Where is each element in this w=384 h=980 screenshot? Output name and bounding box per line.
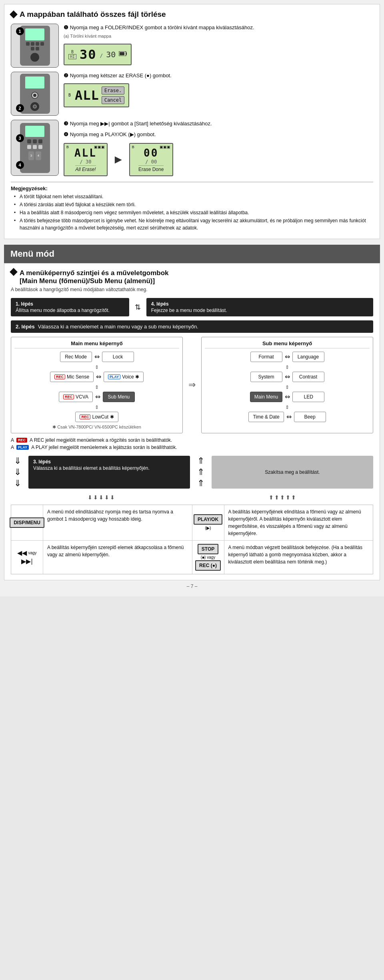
step1-content: ❶ Nyomja meg a FOLDER/INDEX gombot a tör…: [64, 24, 373, 65]
note-item: A törlési zárolás alatt lévő fájlokat a …: [14, 201, 373, 208]
section1: A mappában található összes fájl törlése: [4, 4, 380, 239]
note-item: A törlés befejezése több másodpercet is …: [14, 217, 373, 231]
disp-menu-key[interactable]: DISP/MENU: [10, 517, 44, 528]
step3-bottom-arrows: ⬇⬇⬇⬇⬇ ⬆⬆⬆⬆⬆: [11, 494, 373, 501]
section2-title: A menüképernyő szintjei és a műveletgomb…: [11, 269, 373, 285]
section1-title: A mappában található összes fájl törlése: [11, 10, 373, 19]
rec-badge-lowcut: REC: [80, 415, 90, 419]
step1-box: 1. lépés Állítsa menu mode állapotba a h…: [11, 298, 129, 316]
step3-text: ❸ Nyomja meg ▶▶| gombot a [Start] lehető…: [64, 120, 373, 128]
rw-key[interactable]: ◀◀: [17, 549, 27, 557]
menu-item-voice[interactable]: PLAY Voice ✱: [104, 372, 144, 382]
sub-menu-item-main-menu[interactable]: Main Menu: [250, 392, 282, 402]
step2-row: 2 ❷ Nyomja meg kétszer az ERASE (●) gomb…: [11, 72, 373, 116]
main-menu-col: Main menu képernyő Rec Mode ⇔ Lock ⇕ REC…: [11, 337, 183, 433]
sub-menu-item-system[interactable]: System: [250, 372, 282, 382]
lcd-step34: B ▣▣▣ ALL / 30 All Erase! ► B ▣▣▣ 00 / 0…: [64, 143, 373, 176]
lcd-step1: B HI 30 / 30: [64, 44, 132, 65]
menu-row-2: REC Mic Sense ⇔ PLAY Voice ✱: [14, 372, 179, 382]
key-icon-playok: PLAY/OK (▶): [192, 505, 224, 540]
step2-content: ❷ Nyomja meg kétszer az ERASE (●) gombot…: [64, 72, 373, 107]
sub-menu-item-timedate[interactable]: Time & Date: [248, 412, 284, 422]
lcd-all-erase: B ▣▣▣ ALL / 30 All Erase!: [64, 143, 108, 176]
menu-item-lock[interactable]: Lock: [102, 352, 134, 362]
device-image-2: 2: [11, 72, 59, 116]
device-image-3: 3 4 3 4: [11, 120, 59, 176]
nota2-row: A PLAY A PLAY jellel megjelölt menüeleme…: [11, 445, 373, 450]
vert-arrows-3: ⇕: [14, 404, 179, 410]
sub-menu-item-format[interactable]: Format: [250, 352, 282, 362]
page-number: – 7 –: [4, 580, 380, 592]
menu-col-arrow: ⇒: [187, 337, 197, 433]
key-text-playok: A beállítás képernyőjének elindítása a f…: [224, 505, 373, 540]
rec-badge-mic: REC: [54, 374, 65, 379]
rec-key[interactable]: REC (●): [195, 560, 221, 571]
sub-menu-row-2: System ⇔ Contrast: [205, 372, 370, 382]
step3-box: 3. lépés Válassza ki a beállítási elemet…: [28, 456, 190, 489]
play-ok-key[interactable]: PLAY/OK: [194, 514, 222, 525]
sub-menu-title: Sub menu képernyő: [205, 340, 370, 348]
key-icon-disp: DISP/MENU: [11, 505, 43, 540]
menu-item-mic-sense[interactable]: REC Mic Sense: [50, 372, 94, 382]
sub-menu-item-contrast[interactable]: Contrast: [292, 372, 324, 382]
step1-step4-row: 1. lépés Állítsa menu mode állapotba a h…: [11, 298, 373, 316]
step1-4-arrows: ⇅: [133, 298, 142, 316]
nota-rows: A REC A REC jellel megjelölt menüelemek …: [11, 437, 373, 450]
vert-arrows-1: ⇕: [14, 364, 179, 370]
section2-subtitle: A beállítások a hangrögzítő menü módjába…: [11, 287, 373, 292]
menu-row-1: Rec Mode ⇔ Lock: [14, 352, 179, 362]
notes-list: A törölt fájlokat nem lehet visszaállíta…: [11, 193, 373, 231]
sub-menu-item-led[interactable]: LED: [292, 392, 324, 402]
key-row-1: DISP/MENU A menü mód elindításához nyomj…: [11, 505, 373, 541]
step1-row: 1 ❶ Nyomja meg a FOLDER/INDEX gombot a t…: [11, 24, 373, 68]
key-icon-stop-rec: STOP (■) vagy REC (●): [192, 541, 224, 574]
main-menu-title: Main menu képernyő: [14, 340, 179, 348]
page: A mappában található összes fájl törlése: [0, 0, 384, 596]
sub-menu-row-1: Format ⇔ Language: [205, 352, 370, 362]
arrow-right: ►: [112, 153, 124, 166]
diamond-icon2: [10, 268, 18, 276]
ff-key[interactable]: ▶▶|: [21, 557, 32, 565]
arrow-h1: ⇔: [94, 352, 100, 362]
sub-menu-item-language[interactable]: Language: [292, 352, 324, 362]
note-item: Ha a beállítás alatt 8 másodpercig nem v…: [14, 209, 373, 216]
section2: A menüképernyő szintjei és a műveletgomb…: [4, 263, 380, 580]
stop-key[interactable]: STOP: [198, 544, 218, 554]
arrow-h3: ⇔: [95, 392, 100, 402]
sub-menu-row-4: Time & Date ⇔ Beep: [205, 412, 370, 422]
step2-bar: 2. lépés Válassza ki a menüelemet a main…: [11, 320, 373, 333]
step3-left-arrows: ⇓ ⇓ ⇓: [11, 456, 24, 489]
key-row-2: ◀◀ vagy ▶▶| A beállítás képernyőjén szer…: [11, 541, 373, 574]
rec-badge-vcva: REC: [63, 394, 74, 399]
section2-header: Menü mód: [4, 245, 380, 263]
key-text-ff: A beállítás képernyőjén szereplő elemek …: [43, 541, 192, 574]
step34-row: 3 4 3 4 ❸ Nyomja meg ▶▶| gombot a [Start…: [11, 120, 373, 176]
step3-right-arrows: ⇑ ⇑ ⇑: [194, 456, 208, 489]
menu-item-lowcut[interactable]: REC LowCut ✱: [75, 412, 118, 422]
arrow-h2: ⇔: [96, 372, 101, 382]
key-text-disp: A menü mód elindításához nyomja meg és t…: [43, 505, 192, 540]
key-icon-ff-rw: ◀◀ vagy ▶▶|: [11, 541, 43, 574]
cancel-button[interactable]: Cancel: [102, 96, 124, 104]
key-legend: DISP/MENU A menü mód elindításához nyomj…: [11, 505, 373, 574]
sub-vert-1: ⇕: [205, 364, 370, 370]
rec-badge-nota: REC: [16, 438, 27, 443]
sub-menu-row-3: Main Menu ⇔ LED: [205, 392, 370, 402]
sub-menu-item-beep[interactable]: Beep: [294, 412, 326, 422]
diamond-icon: [10, 10, 18, 18]
menu-row-3: REC VCVA ⇔ Sub Menu: [14, 392, 179, 402]
device-image-1: 1: [11, 24, 59, 68]
svg-rect-2: [120, 52, 124, 55]
erase-button[interactable]: Erase.: [102, 87, 124, 95]
play-badge-nota: PLAY: [16, 445, 29, 450]
menu-item-sub-menu[interactable]: Sub Menu: [103, 392, 135, 402]
step3-section: ⇓ ⇓ ⇓ 3. lépés Válassza ki a beállítási …: [11, 456, 373, 489]
notes-title: Megjegyzések:: [11, 185, 373, 191]
nota1-row: A REC A REC jellel megjelölt menüelemek …: [11, 437, 373, 443]
step1-text: ❶ Nyomja meg a FOLDER/INDEX gombot a tör…: [64, 24, 254, 40]
menu-item-rec-mode[interactable]: Rec Mode: [60, 352, 92, 362]
lcd-step2: B ALL Erase. Cancel: [64, 83, 129, 107]
step4-box: 4. lépés Fejezze be a menu mode beállítá…: [146, 298, 373, 316]
step4-text: ❹ Nyomja meg a PLAY/OK (▶) gombot.: [64, 131, 373, 139]
menu-item-vcva[interactable]: REC VCVA: [59, 392, 93, 402]
